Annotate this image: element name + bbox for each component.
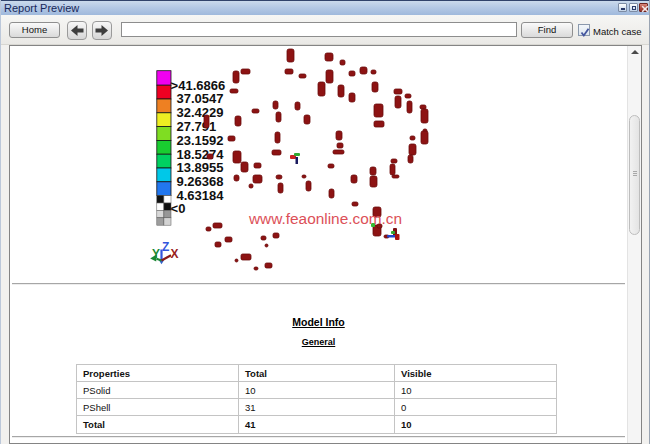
- svg-text:<0: <0: [171, 201, 186, 216]
- svg-text:13.8955: 13.8955: [177, 160, 224, 175]
- svg-text:X: X: [171, 247, 179, 261]
- svg-text:27.791: 27.791: [177, 119, 217, 134]
- svg-text:Z: Z: [162, 240, 169, 254]
- svg-text:>41.6866: >41.6866: [171, 78, 226, 93]
- svg-text:18.5274: 18.5274: [177, 147, 225, 162]
- svg-text:32.4229: 32.4229: [177, 105, 224, 120]
- svg-text:23.1592: 23.1592: [177, 133, 224, 148]
- svg-text:www.feaonline.com.cn: www.feaonline.com.cn: [248, 210, 402, 227]
- svg-text:37.0547: 37.0547: [177, 91, 224, 106]
- svg-text:9.26368: 9.26368: [177, 174, 224, 189]
